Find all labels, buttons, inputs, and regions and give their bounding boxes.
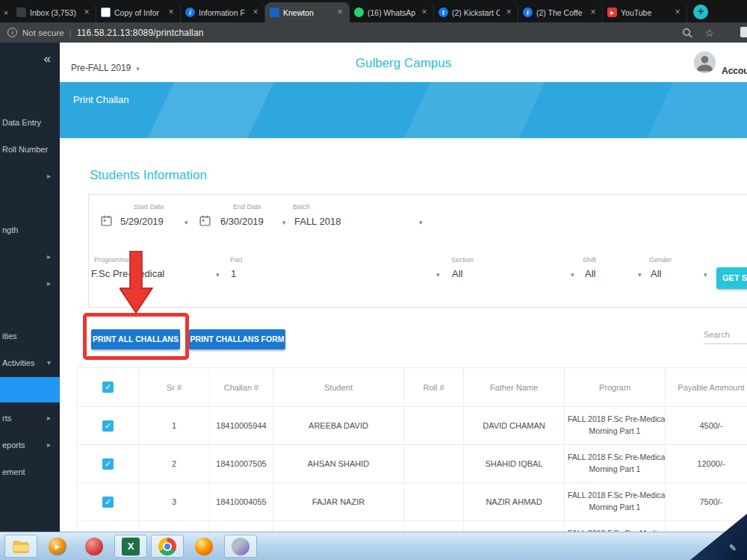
design-app-icon <box>232 538 249 556</box>
search-zoom-icon[interactable] <box>682 28 692 38</box>
whatsapp-icon <box>354 7 364 17</box>
taskbar-media-player-button[interactable]: ▶ <box>41 535 74 558</box>
gender-select[interactable]: All <box>651 268 661 279</box>
taskbar: ▶ X <box>0 532 747 560</box>
close-icon[interactable]: × <box>503 7 514 18</box>
row-checkbox[interactable]: ✓ <box>102 497 114 508</box>
row-checkbox[interactable]: ✓ <box>102 420 114 432</box>
knewton-icon <box>270 7 279 17</box>
docs-icon <box>101 7 111 17</box>
sidebar-item-fee-activities[interactable]: Activities ▾ <box>0 352 60 374</box>
taskbar-red-app-button[interactable] <box>78 535 111 558</box>
close-icon[interactable]: × <box>419 7 430 18</box>
red-app-icon <box>85 538 103 556</box>
search-input[interactable]: Search <box>704 325 747 344</box>
batch-label: Batch <box>293 203 310 211</box>
calendar-icon[interactable] <box>199 214 211 227</box>
close-icon[interactable]: × <box>672 7 683 18</box>
select-all-checkbox[interactable]: ✓ <box>102 382 114 393</box>
tab-copy-of-infor[interactable]: Copy of Infor × <box>96 2 181 22</box>
tab-youtube[interactable]: ▶ YouTube × <box>603 2 687 22</box>
tab-inbox[interactable]: Inbox (3,753) × <box>12 2 96 22</box>
account-avatar[interactable] <box>694 52 716 73</box>
end-date-label: End Date <box>233 203 261 211</box>
sidebar-collapse-icon[interactable]: « <box>44 52 51 65</box>
filter-panel: Start Date 5/29/2019 ▾ End Date 6/30/201… <box>88 194 747 308</box>
start-date-select[interactable]: 5/29/2019 <box>120 216 164 227</box>
tab-the-coffee[interactable]: f (2) The Coffe × <box>518 2 603 22</box>
section-select[interactable]: All <box>452 268 462 279</box>
taskbar-folder-button[interactable] <box>4 535 37 558</box>
students-table: ✓ Sr # Challan # Student Roll # Father N… <box>77 367 747 532</box>
browser-tab-strip: × Inbox (3,753) × Copy of Infor × i Info… <box>0 0 747 22</box>
sidebar-item-reports[interactable]: rts ▸ <box>0 407 60 429</box>
security-label[interactable]: Not secure <box>22 28 64 37</box>
taskbar-design-app-button[interactable] <box>224 535 257 558</box>
sidebar-item-roll-number[interactable]: Roll Number <box>0 138 60 161</box>
sidebar-item-strength[interactable]: ngth <box>0 219 60 241</box>
sidebar-item-activities[interactable]: ities <box>0 325 60 347</box>
sidebar-item-data-entry[interactable]: Data Entry <box>0 111 60 134</box>
col-roll: Roll # <box>404 368 464 407</box>
col-program: Program <box>565 368 666 407</box>
bookmark-star-icon[interactable]: ☆ <box>704 28 714 38</box>
table-row-partial: ✓ FALL 2018 F.Sc Pre-MedicalMorning Part… <box>78 521 747 532</box>
info-circle-icon[interactable]: i <box>7 28 17 37</box>
partial-tab-close-icon[interactable]: × <box>0 2 12 22</box>
taskbar-firefox-button[interactable] <box>187 535 220 558</box>
col-student: Student <box>273 368 404 407</box>
shift-select[interactable]: All <box>585 268 595 279</box>
table-row: ✓ 2 18410007505 AHSAN SHAHID SHAHID IQBA… <box>78 445 747 483</box>
url-separator: | <box>69 28 72 38</box>
facebook-icon: f <box>523 7 533 17</box>
close-icon[interactable]: × <box>250 7 261 18</box>
tab-kickstart[interactable]: f (2) Kickstart C × <box>434 2 518 22</box>
sidebar-item-reports2[interactable]: eports ▸ <box>0 434 60 456</box>
chevron-right-icon: ▸ <box>47 434 51 456</box>
extension-icon[interactable] <box>740 27 747 37</box>
new-tab-button[interactable]: + <box>693 4 708 19</box>
col-amount: Payable Ammount <box>666 368 747 407</box>
person-icon <box>694 52 716 73</box>
close-icon[interactable]: × <box>81 7 92 18</box>
chevron-right-icon: ▸ <box>47 246 51 268</box>
taskbar-excel-button[interactable]: X <box>114 535 147 558</box>
page-title: Print Challan <box>73 94 128 105</box>
shift-label: Shift <box>583 256 596 264</box>
tab-whatsapp[interactable]: (16) WhatsAp × <box>350 2 434 22</box>
part-select[interactable]: 1 <box>231 268 236 279</box>
info-icon: i <box>185 7 195 17</box>
close-icon[interactable]: × <box>166 7 176 18</box>
tab-knewton-active[interactable]: Knewton × <box>265 2 350 22</box>
sidebar-item[interactable]: ▸ <box>0 165 60 187</box>
chrome-icon <box>158 538 176 556</box>
close-icon[interactable]: × <box>588 7 598 18</box>
sidebar-item[interactable]: ▸ <box>0 273 60 295</box>
caret-down-icon: ▾ <box>436 271 440 279</box>
batch-select[interactable]: FALL 2018 <box>294 216 341 227</box>
chevron-right-icon: ▸ <box>47 273 51 295</box>
get-students-button[interactable]: GET ST <box>716 267 747 289</box>
mail-icon <box>16 7 26 17</box>
media-player-icon: ▶ <box>49 538 66 556</box>
sidebar-item[interactable]: ▸ <box>0 246 60 268</box>
account-menu-label[interactable]: Accou <box>722 66 747 76</box>
screen: × Inbox (3,753) × Copy of Infor × i Info… <box>0 0 747 560</box>
calendar-icon[interactable] <box>100 214 113 227</box>
chevron-down-icon: ▾ <box>47 352 51 374</box>
row-checkbox[interactable]: ✓ <box>102 458 114 470</box>
sidebar-item-management[interactable]: ement <box>0 461 60 483</box>
caret-down-icon: ▾ <box>704 271 707 279</box>
taskbar-chrome-button[interactable] <box>151 535 184 558</box>
end-date-select[interactable]: 6/30/2019 <box>220 216 264 227</box>
tab-information[interactable]: i Information F × <box>181 2 265 22</box>
campus-title: Gulberg Campus <box>60 56 747 71</box>
close-icon[interactable]: × <box>335 7 345 18</box>
app-header: Pre-FALL 2019▾ Gulberg Campus Accou <box>60 43 747 82</box>
url-input[interactable]: 116.58.21.13:8089/printchallan <box>77 28 678 38</box>
print-challans-form-button[interactable]: PRINT CHALLANS FORM <box>189 329 285 349</box>
sidebar-item-print-challan-active[interactable] <box>0 377 60 402</box>
caret-down-icon: ▾ <box>282 219 286 226</box>
annotation-red-arrow <box>120 251 153 314</box>
section-label: Section <box>451 256 474 264</box>
